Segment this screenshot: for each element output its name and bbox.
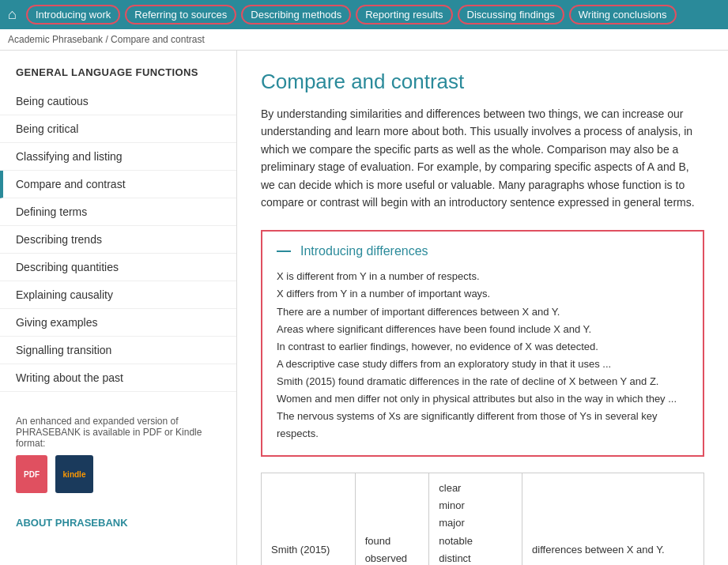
nav-tab-introducing-work[interactable]: Introducing work [26,5,120,24]
main-content: Compare and contrast By understanding si… [237,51,728,565]
phrase-item: Smith (2015) found dramatic differences … [277,373,688,390]
breadcrumb: Academic Phrasebank / Compare and contra… [0,29,728,51]
sidebar-item-being-critical[interactable]: Being critical [0,115,236,143]
table-cell: Smith (2015) [262,473,356,565]
phrase-item: Women and men differ not only in physica… [277,390,688,408]
sidebar-item-compare-contrast[interactable]: Compare and contrast [0,171,236,198]
sidebar-item-being-cautious[interactable]: Being cautious [0,88,236,115]
table-cell: clear minor major notable distinct only … [429,473,522,565]
nav-tab-writing-conclusions[interactable]: Writing conclusions [569,5,677,24]
phrases-box-title: Introducing differences [277,244,688,258]
phrases-list: X is different from Y in a number of res… [277,268,688,443]
phrase-item: A descriptive case study differs from an… [277,356,688,373]
kindle-download-button[interactable]: kindle [55,455,93,493]
nav-tab-discussing-findings[interactable]: Discussing findings [458,5,564,24]
table-cell: found observed [355,473,429,565]
sidebar-item-signalling-transition[interactable]: Signalling transition [0,337,236,364]
phrase-item: In contrast to earlier findings, however… [277,338,688,356]
phrase-item: Areas where significant differences have… [277,321,688,338]
phrase-item: X differs from Y in a number of importan… [277,285,688,303]
home-icon[interactable]: ⌂ [8,6,17,23]
sidebar-item-classifying-listing[interactable]: Classifying and listing [0,143,236,171]
sidebar-item-describing-quantities[interactable]: Describing quantities [0,254,236,281]
sidebar-item-giving-examples[interactable]: Giving examples [0,309,236,337]
pdf-label: PDF [24,470,40,479]
sidebar: GENERAL LANGUAGE FUNCTIONS Being cautiou… [0,51,237,565]
pdf-download-button[interactable]: PDF [16,455,47,493]
phrases-box: Introducing differences X is different f… [261,230,704,457]
sidebar-footer-text: An enhanced and expanded version of PHRA… [16,416,202,449]
sidebar-item-explaining-causality[interactable]: Explaining causality [0,281,236,309]
page-title: Compare and contrast [261,70,704,94]
phrases-section-title: Introducing differences [300,244,428,258]
kindle-label: kindle [63,470,86,479]
sidebar-section-title: GENERAL LANGUAGE FUNCTIONS [0,66,236,88]
content-intro: By understanding similarities and differ… [261,105,704,211]
table-row: Smith (2015)found observedclear minor ma… [262,473,704,565]
sidebar-item-describing-trends[interactable]: Describing trends [0,226,236,254]
phrase-item: X is different from Y in a number of res… [277,268,688,285]
sidebar-footer-icons: PDF kindle [16,455,221,493]
main-layout: GENERAL LANGUAGE FUNCTIONS Being cautiou… [0,51,728,565]
phrases-table: Smith (2015)found observedclear minor ma… [261,473,704,565]
sidebar-footer: An enhanced and expanded version of PHRA… [0,400,236,509]
nav-tab-describing-methods[interactable]: Describing methods [241,5,351,24]
phrase-item: There are a number of important differen… [277,303,688,321]
dash-icon [277,250,291,252]
sidebar-item-writing-past[interactable]: Writing about the past [0,364,236,392]
sidebar-item-defining-terms[interactable]: Defining terms [0,198,236,226]
table-cell: differences between X and Y. [522,473,704,565]
nav-tab-reporting-results[interactable]: Reporting results [356,5,452,24]
nav-tab-referring-sources[interactable]: Referring to sources [125,5,236,24]
phrase-item: The nervous systems of Xs are significan… [277,408,688,443]
about-phrasebank-link[interactable]: ABOUT PHRASEBANK [0,509,236,537]
top-navigation: ⌂ Introducing work Referring to sources … [0,0,728,29]
